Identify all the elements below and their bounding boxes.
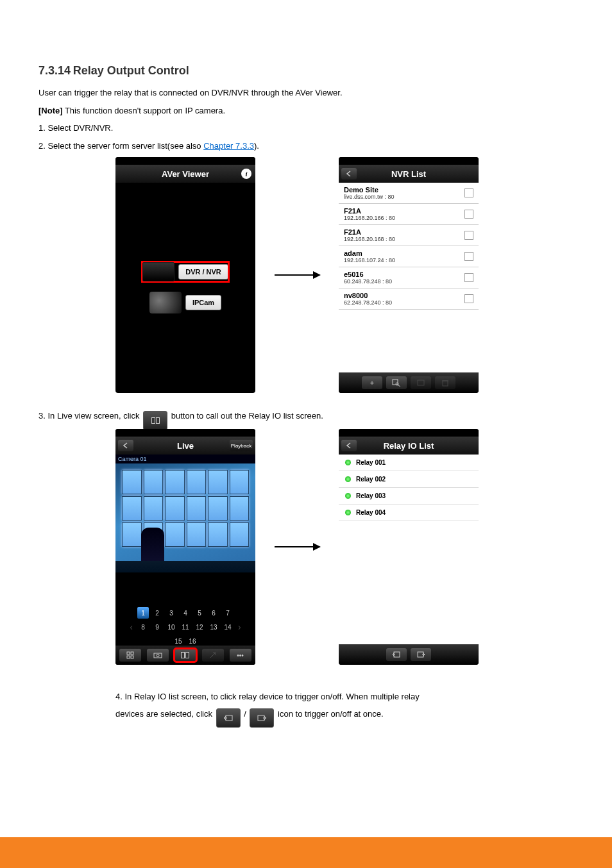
grid-view-button[interactable] (119, 649, 141, 662)
svg-rect-3 (418, 380, 424, 385)
section-number: 7.3.14 (38, 64, 71, 77)
checkbox[interactable] (464, 294, 473, 303)
trigger-on-all-button[interactable] (386, 648, 407, 661)
step-4: 4. In Relay IO list screen, to click rel… (115, 690, 420, 722)
channel-button[interactable]: 5 (194, 607, 205, 619)
status-bar (115, 157, 255, 165)
nvr-list-item[interactable]: adam192.168.107.24 : 80 (339, 246, 479, 267)
intro-text: User can trigger the relay that is conne… (38, 87, 574, 99)
server-name: nv8000 (344, 292, 392, 299)
checkbox[interactable] (464, 231, 473, 240)
relay-list-item[interactable]: Relay 004 (339, 505, 479, 521)
server-address: 192.168.20.166 : 80 (344, 215, 395, 221)
channel-button[interactable]: 3 (166, 607, 177, 619)
relay-list-item[interactable]: Relay 002 (339, 471, 479, 488)
relay-io-button[interactable] (174, 649, 196, 662)
svg-rect-0 (393, 380, 398, 385)
dvr-image (142, 262, 174, 281)
channel-button[interactable]: 12 (194, 621, 205, 633)
ipcam-button[interactable]: IPCam (149, 292, 221, 313)
status-dot-icon (345, 493, 351, 499)
svg-rect-8 (127, 656, 130, 658)
checkbox[interactable] (464, 273, 473, 282)
search-button[interactable] (386, 376, 407, 389)
chapter-link[interactable]: Chapter 7.3.3 (203, 141, 254, 151)
trigger-on-icon (216, 708, 241, 728)
trigger-off-all-button[interactable] (411, 648, 431, 661)
section-title-text: Relay Output Control (73, 64, 189, 77)
nvr-list-title: NVR List (391, 169, 426, 179)
snapshot-button[interactable] (147, 649, 169, 662)
server-name: F21A (344, 228, 395, 236)
server-name: e5016 (344, 271, 392, 278)
relay-name: Relay 004 (356, 509, 386, 516)
server-address: 192.168.20.168 : 80 (344, 236, 395, 242)
relay-io-icon (143, 411, 167, 430)
dvr-nvr-button[interactable]: DVR / NVR (142, 262, 228, 281)
ipcam-label: IPCam (185, 295, 221, 310)
video-feed[interactable] (115, 463, 255, 572)
nvr-list-item[interactable]: F21A192.168.20.168 : 80 (339, 225, 479, 246)
relay-list-item[interactable]: Relay 003 (339, 488, 479, 505)
more-button[interactable]: ••• (230, 649, 251, 662)
bottom-toolbar: + (339, 372, 479, 393)
relay-list-item[interactable]: Relay 001 (339, 455, 479, 471)
channel-button[interactable]: 8 (137, 621, 149, 633)
checkbox[interactable] (464, 188, 473, 197)
channel-button[interactable]: 13 (208, 621, 219, 633)
nvr-list-item[interactable]: e501660.248.78.248 : 80 (339, 267, 479, 288)
checkbox[interactable] (464, 210, 473, 219)
channel-button[interactable]: 15 (173, 635, 184, 647)
channel-button[interactable]: 7 (222, 607, 234, 619)
channel-button[interactable]: 11 (180, 621, 191, 633)
add-button[interactable]: + (362, 376, 382, 389)
channel-button[interactable]: 14 (222, 621, 234, 633)
info-icon[interactable]: i (241, 169, 251, 179)
channel-button[interactable]: 9 (151, 621, 163, 633)
edit-button (411, 376, 431, 389)
server-address: 62.248.78.240 : 80 (344, 299, 392, 306)
relay-title: Relay IO List (384, 441, 434, 451)
channel-button[interactable]: 1 (137, 607, 149, 619)
live-title: Live (177, 441, 194, 451)
channel-button[interactable]: 16 (187, 635, 198, 647)
svg-rect-4 (443, 381, 448, 386)
live-toolbar: ••• (115, 646, 255, 665)
channel-button[interactable]: 2 (151, 607, 163, 619)
trigger-off-icon (250, 708, 274, 728)
screenshot-aver-viewer: AVer Viewer i DVR / NVR IPCam (115, 157, 255, 393)
note-text: This function doesn't support on IP came… (63, 106, 225, 115)
note-label: [Note] (38, 106, 63, 115)
step-1: 1. Select DVR/NVR. (38, 122, 574, 135)
status-dot-icon (345, 476, 351, 482)
prev-channels[interactable]: ‹ (128, 622, 134, 632)
server-address: live.dss.com.tw : 80 (344, 194, 395, 200)
playback-button[interactable]: Playback (230, 440, 253, 451)
server-address: 192.168.107.24 : 80 (344, 257, 395, 263)
next-channels[interactable]: › (237, 622, 242, 632)
back-button[interactable] (341, 440, 357, 451)
checkbox[interactable] (464, 252, 473, 261)
channel-button[interactable]: 6 (208, 607, 219, 619)
svg-point-11 (157, 655, 159, 657)
channel-button[interactable]: 10 (166, 621, 177, 633)
channel-button[interactable]: 4 (180, 607, 191, 619)
nvr-list-item[interactable]: Demo Sitelive.dss.com.tw : 80 (339, 183, 479, 204)
title-bar: Relay IO List (339, 437, 479, 455)
bottom-toolbar (339, 644, 479, 665)
dvr-label: DVR / NVR (178, 264, 228, 280)
back-button[interactable] (341, 168, 357, 179)
status-dot-icon (345, 460, 351, 465)
relay-name: Relay 003 (356, 492, 386, 499)
back-button[interactable] (118, 440, 133, 451)
screenshot-live-view: Live Playback Camera 01 ‹ 12345678910111… (115, 429, 255, 665)
svg-rect-9 (131, 656, 133, 658)
ipcam-image (149, 292, 182, 313)
ptz-button[interactable] (202, 649, 224, 662)
arrow-icon (275, 546, 319, 547)
nvr-list-item[interactable]: F21A192.168.20.166 : 80 (339, 204, 479, 225)
server-name: F21A (344, 207, 395, 215)
server-name: adam (344, 249, 395, 257)
nvr-list-item[interactable]: nv800062.248.78.240 : 80 (339, 288, 479, 310)
title-bar: Live Playback (115, 437, 255, 455)
